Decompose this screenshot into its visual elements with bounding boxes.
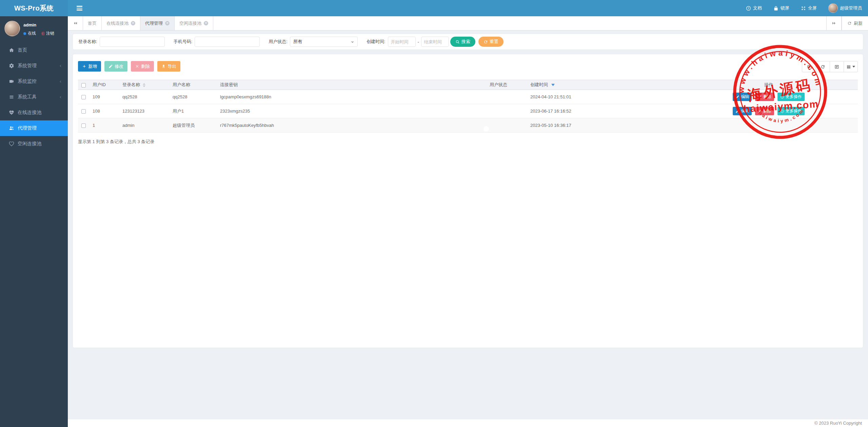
detail-view-icon bbox=[834, 64, 839, 69]
logout-button[interactable]: 注销 bbox=[41, 31, 54, 36]
row-delete-button[interactable]: 删除 bbox=[755, 107, 774, 115]
question-circle-icon: ? bbox=[746, 6, 751, 11]
user-menu[interactable]: 超级管理员 bbox=[828, 3, 862, 13]
close-icon[interactable]: ✕ bbox=[131, 21, 135, 25]
online-status-label: 在线 bbox=[28, 31, 36, 36]
main-content: 登录名称: 手机号码: 用户状态: 所有 创建时间: - 搜索 重置 bbox=[68, 31, 868, 419]
select-all-checkbox[interactable] bbox=[81, 83, 86, 88]
sidebar-item-agent-admin[interactable]: 代理管理 bbox=[0, 120, 68, 136]
table-toolbar: 新增 修改 删除 导出 bbox=[78, 61, 858, 72]
sign-out-icon bbox=[41, 32, 45, 36]
search-icon bbox=[455, 40, 460, 44]
double-chevron-right-icon bbox=[832, 21, 836, 25]
x-icon bbox=[758, 95, 762, 99]
col-user-id: 用户ID bbox=[89, 80, 119, 90]
circle-chevron-right-icon bbox=[780, 109, 784, 113]
created-time-label: 创建时间: bbox=[367, 39, 386, 45]
cell-created-time: 2023-05-10 16:36:17 bbox=[527, 118, 679, 133]
tabs-scroll-left-button[interactable] bbox=[68, 16, 83, 30]
sidebar-item-home[interactable]: 首页 bbox=[0, 42, 68, 58]
bars-icon bbox=[9, 94, 14, 100]
sidebar-user-panel: admin 在线 注销 bbox=[0, 16, 68, 40]
tab-refresh-button[interactable]: 刷新 bbox=[842, 16, 868, 30]
caret-down-icon bbox=[852, 66, 855, 67]
refresh-icon bbox=[484, 40, 488, 44]
cell-user-id: 1 bbox=[89, 118, 119, 133]
user-status-label: 用户状态: bbox=[269, 39, 288, 45]
row-checkbox[interactable] bbox=[81, 109, 86, 114]
table-row[interactable]: 1 admin 超级管理员 r767mk5pautoKeyfb5hbvah 20… bbox=[78, 118, 858, 133]
row-checkbox[interactable] bbox=[81, 123, 86, 128]
tabs-scroll-right-button[interactable] bbox=[826, 16, 842, 30]
end-time-input[interactable] bbox=[421, 37, 449, 47]
cell-user-id: 109 bbox=[89, 90, 119, 104]
table-row[interactable]: 109 qq2528 qq2528 lgcpamp0esxmgzs69188n … bbox=[78, 90, 858, 104]
row-checkbox[interactable] bbox=[81, 95, 86, 99]
search-button[interactable]: 搜索 bbox=[450, 37, 475, 47]
sidebar-item-system-admin[interactable]: 系统管理 bbox=[0, 58, 68, 74]
fullscreen-button[interactable]: 全屏 bbox=[801, 5, 817, 11]
tab-home[interactable]: 首页 bbox=[83, 16, 102, 30]
row-more-actions-button[interactable]: 更多操作 bbox=[777, 93, 805, 101]
start-time-input[interactable] bbox=[388, 37, 416, 47]
cell-connection-key: 2323xmgzs235 bbox=[217, 104, 486, 118]
login-name-input[interactable] bbox=[100, 37, 165, 47]
download-icon bbox=[161, 64, 166, 69]
circle-chevron-right-icon bbox=[780, 95, 784, 99]
chevron-down-icon bbox=[351, 40, 354, 44]
x-icon bbox=[758, 109, 762, 113]
table-search-button[interactable] bbox=[802, 61, 816, 72]
plus-icon bbox=[82, 64, 86, 69]
tab-idle-pool[interactable]: 空闲连接池 ✕ bbox=[175, 16, 213, 30]
sidebar-item-system-tools[interactable]: 系统工具 bbox=[0, 89, 68, 105]
close-icon[interactable]: ✕ bbox=[165, 21, 170, 25]
top-header: WS-Pro系统 ? 文档 锁屏 全屏 超级管理员 bbox=[0, 0, 868, 16]
col-created-time[interactable]: 创建时间 bbox=[527, 80, 679, 90]
table-panel: 新增 修改 删除 导出 bbox=[73, 54, 863, 348]
export-button[interactable]: 导出 bbox=[157, 61, 180, 72]
pagination-summary: 显示第 1 到第 3 条记录，总共 3 条记录 bbox=[78, 139, 858, 145]
row-edit-button[interactable]: 编辑 bbox=[733, 107, 752, 115]
cell-user-name: qq2528 bbox=[169, 90, 217, 104]
user-status-select[interactable]: 所有 bbox=[290, 37, 358, 47]
modify-button[interactable]: 修改 bbox=[104, 61, 127, 72]
row-more-actions-button[interactable]: 更多操作 bbox=[777, 107, 805, 115]
sort-icon[interactable] bbox=[143, 83, 145, 87]
search-icon bbox=[807, 64, 811, 69]
delete-button[interactable]: 删除 bbox=[131, 61, 154, 72]
username-label: 超级管理员 bbox=[840, 5, 862, 11]
close-icon[interactable]: ✕ bbox=[204, 21, 208, 25]
reset-button[interactable]: 重置 bbox=[478, 37, 504, 47]
col-login-name[interactable]: 登录名称 bbox=[119, 80, 169, 90]
video-icon bbox=[9, 79, 14, 84]
tab-agent-admin[interactable]: 代理管理 ✕ bbox=[140, 16, 175, 30]
row-delete-button[interactable]: 删除 bbox=[755, 93, 774, 101]
sort-desc-icon bbox=[551, 84, 555, 86]
add-button[interactable]: 新增 bbox=[78, 61, 101, 72]
sidebar-menu: 首页 系统管理 系统监控 系统工具 在线连接池 代理管理 空闲连接池 bbox=[0, 42, 68, 152]
table-row[interactable]: 108 123123123 用户1 2323xmgzs235 2023-06-1… bbox=[78, 104, 858, 118]
cell-user-name: 用户1 bbox=[169, 104, 217, 118]
lock-screen-link[interactable]: 锁屏 bbox=[773, 5, 789, 11]
row-edit-button[interactable]: 编辑 bbox=[733, 93, 752, 101]
table-columns-button[interactable] bbox=[844, 61, 858, 72]
table-detail-view-button[interactable] bbox=[830, 61, 844, 72]
sidebar-item-online-pool[interactable]: 在线连接池 bbox=[0, 105, 68, 120]
phone-input[interactable] bbox=[195, 37, 260, 47]
tab-online-pool[interactable]: 在线连接池 ✕ bbox=[102, 16, 140, 30]
refresh-icon bbox=[821, 64, 825, 69]
cell-user-id: 108 bbox=[89, 104, 119, 118]
docs-link[interactable]: ? 文档 bbox=[746, 5, 762, 11]
col-connection-key: 连接密钥 bbox=[217, 80, 486, 90]
pencil-icon bbox=[735, 109, 739, 113]
sidebar-item-system-monitor[interactable]: 系统监控 bbox=[0, 74, 68, 89]
columns-grid-icon bbox=[846, 64, 851, 69]
table-refresh-button[interactable] bbox=[816, 61, 830, 72]
sidebar-toggle-icon[interactable] bbox=[77, 6, 82, 11]
cell-connection-key: lgcpamp0esxmgzs69188n bbox=[217, 90, 486, 104]
svg-text:?: ? bbox=[748, 7, 749, 10]
table-tools bbox=[802, 61, 858, 72]
cell-created-time: 2024-04-10 21:51:01 bbox=[527, 90, 679, 104]
avatar[interactable] bbox=[4, 21, 20, 36]
sidebar-item-idle-pool[interactable]: 空闲连接池 bbox=[0, 136, 68, 152]
